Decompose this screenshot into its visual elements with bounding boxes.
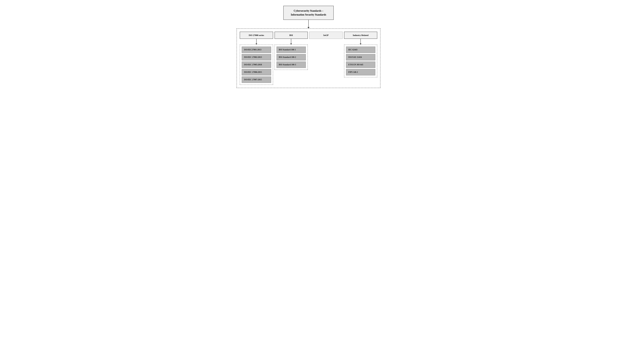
category-col-industry: Industry Related IEC 62443 ISO/SAE 21434…: [344, 32, 377, 77]
iso-item-4: ISO/IEC 27006:2015: [242, 69, 271, 75]
iso-item-3: ISO/IEC 27005:2018: [242, 62, 271, 68]
root-line2: Information Security Standards: [291, 13, 326, 16]
bsi-subitems-box: BSI Standard 100-1 BSI-Standard 100-2 BS…: [275, 45, 308, 70]
category-header-iso: ISO 27000 series: [240, 32, 273, 39]
category-label-bsi: BSI: [289, 34, 293, 37]
industry-item-1: IEC 62443: [346, 47, 375, 53]
iso-arrow: [256, 39, 257, 45]
category-label-iso: ISO 27000 series: [249, 34, 264, 37]
categories-row: ISO 27000 series ISO/IEC27001:2013 ISO/I…: [240, 32, 377, 85]
category-col-bsi: BSI BSI Standard 100-1 BSI-Standard 100-…: [275, 32, 308, 70]
industry-arrow: [360, 39, 361, 45]
iso-subitems-box: ISO/IEC27001:2013 ISO/IEC 27002:2013 ISO…: [240, 45, 273, 85]
industry-item-3: ETSI EN 303 645: [346, 62, 375, 68]
industry-subitems-box: IEC 62443 ISO/SAE 21434 ETSI EN 303 645 …: [344, 45, 377, 77]
category-col-iso: ISO 27000 series ISO/IEC27001:2013 ISO/I…: [240, 32, 273, 85]
bsi-item-1: BSI Standard 100-1: [276, 47, 306, 53]
industry-item-2: ISO/SAE 21434: [346, 54, 375, 60]
category-label-sogp: SoGP: [323, 34, 328, 37]
industry-item-4: FIPS 140-2: [346, 69, 375, 75]
iso-item-2: ISO/IEC 27002:2013: [242, 54, 271, 60]
category-header-industry: Industry Related: [344, 32, 377, 39]
iso-item-5: ISO/IEC 27007:2015: [242, 77, 271, 83]
arrow-head: [307, 27, 310, 28]
category-label-industry: Industry Related: [353, 34, 368, 37]
diagram-container: Cybersecurity Standards – Information Se…: [236, 6, 381, 88]
root-line1: Cybersecurity Standards –: [294, 9, 323, 12]
bsi-arrow: [290, 39, 292, 45]
category-header-bsi: BSI: [275, 32, 308, 39]
category-header-sogp: SoGP: [309, 32, 343, 39]
root-node: Cybersecurity Standards – Information Se…: [283, 6, 334, 20]
bsi-item-2: BSI-Standard 100-2: [276, 54, 306, 60]
arrow-line: [308, 20, 309, 27]
category-col-sogp: SoGP: [309, 32, 343, 39]
bsi-item-3: BSI-Standard 100-3: [276, 62, 306, 68]
dashed-outer-box: ISO 27000 series ISO/IEC27001:2013 ISO/I…: [236, 28, 381, 88]
iso-item-1: ISO/IEC27001:2013: [242, 47, 271, 53]
root-arrow: [307, 20, 310, 28]
